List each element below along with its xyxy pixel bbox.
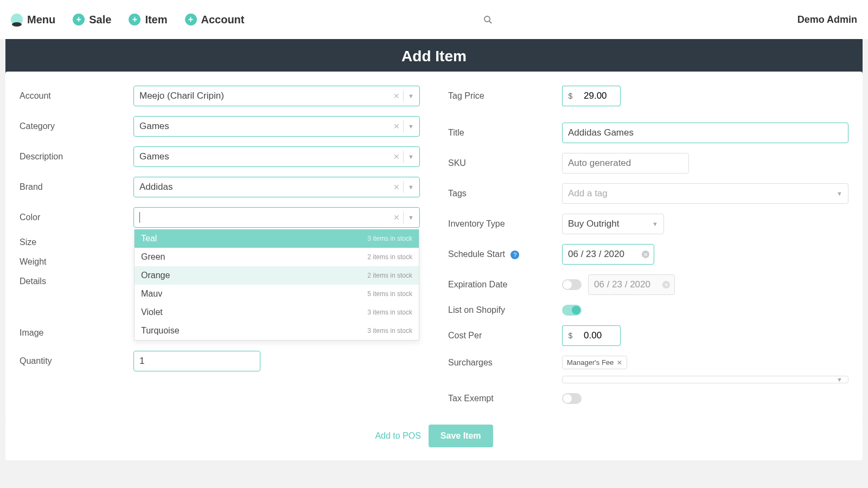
field-sku: SKU [448, 153, 848, 174]
field-expiration-date: Expiration Date 06 / 23 / 2020 ✕ [448, 274, 848, 295]
chevron-down-icon[interactable]: ▼ [404, 123, 414, 130]
color-option-stock: 3 items in stock [367, 309, 412, 316]
color-select[interactable]: ✕ ▼ Teal3 items in stockGreen2 items in … [133, 207, 420, 228]
color-option-stock: 2 items in stock [367, 253, 412, 261]
description-select[interactable]: Games ✕ ▼ [133, 146, 420, 167]
color-option[interactable]: Mauv5 items in stock [135, 285, 419, 303]
color-option-stock: 2 items in stock [367, 272, 412, 279]
chevron-down-icon[interactable]: ▼ [404, 93, 414, 99]
color-option-stock: 5 items in stock [367, 290, 412, 298]
quantity-input[interactable] [133, 351, 260, 371]
nav-item[interactable]: + Item [129, 14, 167, 26]
field-surcharges: Surcharges Manager's Fee ✕ ▼ [448, 356, 848, 383]
color-value [139, 212, 390, 223]
schedule-start-input[interactable]: 06 / 23 / 2020 ✕ [562, 244, 654, 265]
category-select[interactable]: Games ✕ ▼ [133, 116, 420, 137]
chevron-down-icon[interactable]: ▼ [832, 376, 843, 383]
label-category: Category [20, 121, 133, 131]
inventory-type-value: Buy Outright [568, 219, 648, 229]
color-option[interactable]: Green2 items in stock [135, 248, 419, 266]
add-item-form: Account Meejo (Charil Cripin) ✕ ▼ Catego… [5, 72, 863, 419]
field-quantity: Quantity [20, 351, 420, 371]
clear-date-icon[interactable]: ✕ [642, 251, 649, 258]
chevron-down-icon[interactable]: ▼ [404, 153, 414, 160]
clear-date-icon: ✕ [662, 281, 670, 288]
logo-icon [11, 14, 23, 25]
chevron-down-icon[interactable]: ▼ [404, 214, 414, 221]
clear-icon[interactable]: ✕ [390, 183, 403, 191]
field-schedule-start: Schedule Start ? 06 / 23 / 2020 ✕ [448, 244, 848, 265]
label-expiration-date: Expiration Date [448, 280, 562, 290]
field-color: Color ✕ ▼ Teal3 items in stockGreen2 ite… [20, 207, 420, 228]
surcharge-chip-label: Manager's Fee [567, 358, 614, 367]
label-inventory-type: Inventory Type [448, 219, 562, 229]
cost-per-input[interactable] [578, 325, 621, 346]
add-to-pos-link[interactable]: Add to POS [375, 431, 421, 440]
current-user[interactable]: Demo Admin [797, 14, 857, 25]
field-tags: Tags Add a tag ▼ [448, 183, 848, 204]
clear-icon[interactable]: ✕ [390, 122, 403, 131]
label-color: Color [20, 213, 133, 222]
tags-placeholder: Add a tag [568, 188, 832, 199]
nav-menu-label: Menu [27, 14, 55, 26]
nav-sale[interactable]: + Sale [73, 14, 111, 26]
label-tag-price: Tag Price [448, 91, 562, 101]
chevron-down-icon[interactable]: ▼ [648, 221, 658, 227]
chevron-down-icon[interactable]: ▼ [404, 184, 414, 190]
chevron-down-icon[interactable]: ▼ [832, 190, 843, 197]
page-title: Add Item [5, 48, 863, 65]
nav-account[interactable]: + Account [185, 14, 245, 26]
title-input[interactable] [562, 123, 848, 143]
color-option-name: Teal [141, 234, 157, 243]
color-option-name: Mauv [141, 289, 162, 299]
label-schedule-start: Schedule Start ? [448, 249, 562, 259]
shopify-toggle[interactable] [562, 305, 582, 316]
remove-chip-icon[interactable]: ✕ [617, 359, 622, 367]
field-description: Description Games ✕ ▼ [20, 146, 420, 167]
color-option[interactable]: Orange2 items in stock [135, 266, 419, 285]
field-tag-price: Tag Price $ [448, 86, 848, 106]
tag-price-group: $ [562, 86, 621, 106]
color-option-name: Orange [141, 271, 170, 280]
tax-exempt-toggle[interactable] [562, 393, 582, 404]
color-option-stock: 3 items in stock [367, 327, 412, 335]
field-tax-exempt: Tax Exempt [448, 393, 848, 404]
tag-price-input[interactable] [578, 86, 621, 106]
sku-input[interactable] [562, 153, 689, 174]
field-category: Category Games ✕ ▼ [20, 116, 420, 137]
account-select[interactable]: Meejo (Charil Cripin) ✕ ▼ [133, 86, 420, 106]
search-icon[interactable] [483, 15, 492, 24]
label-weight: Weight [20, 257, 133, 267]
color-option[interactable]: Violet3 items in stock [135, 303, 419, 322]
description-value: Games [139, 151, 390, 162]
color-option[interactable]: Teal3 items in stock [135, 229, 419, 248]
schedule-start-text: Schedule Start [448, 249, 505, 259]
inventory-type-select[interactable]: Buy Outright ▼ [562, 214, 664, 234]
right-column: Tag Price $ Title SKU Tags Add a tag [434, 72, 863, 419]
label-title: Title [448, 128, 562, 138]
clear-icon[interactable]: ✕ [390, 92, 403, 100]
label-brand: Brand [20, 182, 133, 192]
clear-icon[interactable]: ✕ [390, 152, 403, 161]
tags-select[interactable]: Add a tag ▼ [562, 183, 848, 204]
color-option-stock: 3 items in stock [367, 235, 412, 242]
label-list-on-shopify: List on Shopify [448, 305, 562, 315]
nav-menu[interactable]: Menu [11, 14, 55, 26]
color-option[interactable]: Turquoise3 items in stock [135, 322, 419, 340]
label-sku: SKU [448, 158, 562, 168]
clear-icon[interactable]: ✕ [390, 213, 403, 222]
color-option-name: Turquoise [141, 326, 180, 336]
plus-icon: + [185, 14, 197, 25]
surcharges-select[interactable]: ▼ [562, 376, 848, 383]
top-nav: Menu + Sale + Item + Account Demo Admin [0, 0, 868, 39]
expiration-toggle[interactable] [562, 279, 582, 290]
expiration-date-value: 06 / 23 / 2020 [594, 279, 650, 290]
help-icon[interactable]: ? [510, 251, 519, 259]
label-surcharges: Surcharges [448, 356, 562, 368]
color-input[interactable] [139, 212, 390, 223]
label-quantity: Quantity [20, 356, 133, 366]
save-item-button[interactable]: Save Item [429, 425, 493, 447]
left-column: Account Meejo (Charil Cripin) ✕ ▼ Catego… [5, 72, 434, 419]
brand-select[interactable]: Addidas ✕ ▼ [133, 177, 420, 197]
color-option-name: Green [141, 252, 165, 262]
